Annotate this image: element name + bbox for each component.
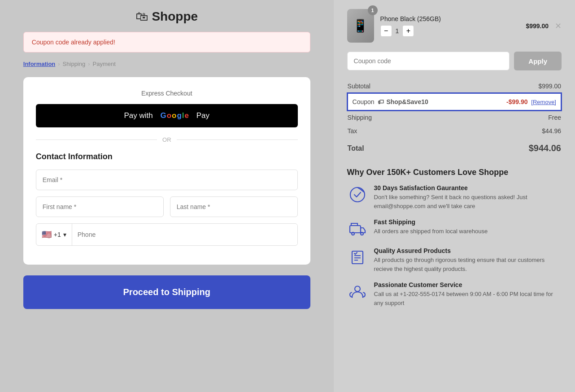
checkout-form-card: Express Checkout Pay with Google Pay OR … bbox=[23, 77, 310, 265]
order-summary-table: Subtotal $999.00 Coupon 🏷 Shop&Save10 -$… bbox=[347, 79, 562, 159]
svg-point-3 bbox=[361, 232, 363, 235]
quality-icon bbox=[347, 247, 368, 268]
quality-title: Quality Assured Products bbox=[374, 247, 562, 254]
gpay-button[interactable]: Pay with Google Pay bbox=[36, 104, 298, 127]
quantity-increase-button[interactable]: + bbox=[402, 25, 414, 37]
why-item-shipping: Fast Shipping All orders are shipped fro… bbox=[347, 218, 562, 239]
apply-coupon-button[interactable]: Apply bbox=[514, 52, 562, 70]
total-row: Total $944.06 bbox=[348, 138, 561, 159]
service-title: Passionate Customer Service bbox=[374, 281, 562, 288]
coupon-applied-code: Shop&Save10 bbox=[386, 98, 428, 105]
contact-section-title: Contact Information bbox=[36, 152, 298, 161]
svg-point-2 bbox=[352, 232, 354, 235]
flag-emoji: 🇺🇸 bbox=[42, 230, 52, 240]
why-section-title: Why Over 150K+ Customers Love Shoppe bbox=[347, 168, 562, 177]
subtotal-row: Subtotal $999.00 bbox=[348, 79, 561, 93]
phone-code: +1 bbox=[54, 231, 61, 238]
coupon-label: Coupon bbox=[353, 98, 375, 105]
logo-text: Shoppe bbox=[152, 9, 198, 24]
why-item-quality: Quality Assured Products All products go… bbox=[347, 247, 562, 273]
coupon-row-right: -$99.90 [Remove] bbox=[474, 93, 561, 110]
total-label: Total bbox=[348, 138, 474, 159]
email-field[interactable] bbox=[36, 170, 298, 190]
last-name-field[interactable] bbox=[170, 196, 298, 217]
gpay-label-text: Pay with bbox=[124, 111, 152, 120]
guarantee-title: 30 Days Satisfaction Gaurantee bbox=[374, 184, 562, 192]
tax-row: Tax $44.96 bbox=[348, 124, 561, 138]
product-info: Phone Black (256GB) − 1 + bbox=[380, 15, 520, 37]
shipping-row: Shipping Free bbox=[348, 110, 561, 124]
coupon-tag: 🏷 Shop&Save10 bbox=[378, 98, 428, 105]
product-row: 📱 1 Phone Black (256GB) − 1 + $999.00 ✕ bbox=[347, 9, 562, 43]
shipping-title: Fast Shipping bbox=[374, 218, 488, 226]
coupon-remove-button[interactable]: [Remove] bbox=[531, 99, 556, 105]
total-value: $944.06 bbox=[474, 138, 561, 159]
google-logo: Google bbox=[160, 111, 189, 120]
tax-label: Tax bbox=[348, 124, 474, 138]
service-icon bbox=[347, 281, 368, 302]
quantity-value: 1 bbox=[396, 27, 399, 35]
coupon-discount-value: -$99.90 bbox=[506, 98, 527, 105]
shipping-value: Free bbox=[474, 110, 561, 124]
product-image-wrap: 📱 1 bbox=[347, 9, 374, 43]
guarantee-icon bbox=[347, 184, 368, 205]
shipping-icon bbox=[347, 218, 368, 239]
quantity-controls: − 1 + bbox=[380, 25, 520, 37]
tax-value: $44.96 bbox=[474, 124, 561, 138]
product-quantity-badge: 1 bbox=[368, 5, 378, 15]
gpay-suffix: Pay bbox=[196, 111, 209, 120]
product-name: Phone Black (256GB) bbox=[380, 15, 520, 22]
coupon-summary-row: Coupon 🏷 Shop&Save10 -$99.90 [Remove] bbox=[348, 93, 561, 110]
logo-icon: 🛍 bbox=[135, 9, 148, 24]
phone-flag-selector[interactable]: 🇺🇸 +1 ▾ bbox=[36, 224, 72, 245]
express-checkout-title: Express Checkout bbox=[36, 90, 298, 97]
coupon-input-row: Apply bbox=[347, 52, 562, 70]
coupon-alert: Coupon code already applied! bbox=[23, 32, 310, 52]
proceed-to-shipping-button[interactable]: Proceed to Shipping bbox=[23, 275, 310, 309]
breadcrumb-payment[interactable]: Payment bbox=[93, 61, 116, 67]
quality-desc: All products go through rigorous testing… bbox=[374, 256, 562, 273]
breadcrumb-information[interactable]: Information bbox=[23, 61, 56, 67]
phone-dropdown-icon: ▾ bbox=[63, 231, 66, 238]
subtotal-value: $999.00 bbox=[474, 79, 561, 93]
product-price: $999.00 bbox=[526, 22, 549, 30]
phone-row: 🇺🇸 +1 ▾ bbox=[36, 223, 298, 246]
subtotal-label: Subtotal bbox=[348, 79, 474, 93]
or-divider: OR bbox=[36, 136, 298, 143]
first-name-field[interactable] bbox=[36, 196, 164, 217]
why-item-guarantee: 30 Days Satisfaction Gaurantee Don't lik… bbox=[347, 184, 562, 210]
service-desc: Call us at +1-202-555-0174 between 9:00 … bbox=[374, 290, 562, 307]
guarantee-desc: Don't like something? Sent it back no qu… bbox=[374, 193, 562, 210]
svg-rect-1 bbox=[350, 226, 361, 233]
shipping-desc: All orders are shipped from local wareho… bbox=[374, 227, 488, 236]
svg-point-5 bbox=[355, 286, 360, 292]
quantity-decrease-button[interactable]: − bbox=[380, 25, 392, 37]
shipping-label: Shipping bbox=[348, 110, 474, 124]
why-item-service: Passionate Customer Service Call us at +… bbox=[347, 281, 562, 307]
breadcrumb-shipping[interactable]: Shipping bbox=[63, 61, 86, 67]
logo: 🛍 Shoppe bbox=[135, 9, 198, 24]
svg-point-0 bbox=[350, 187, 365, 202]
product-remove-button[interactable]: ✕ bbox=[555, 21, 562, 31]
coupon-row-left: Coupon 🏷 Shop&Save10 bbox=[348, 93, 474, 110]
coupon-code-input[interactable] bbox=[347, 52, 510, 70]
breadcrumb: Information › Shipping › Payment bbox=[23, 61, 310, 67]
phone-input[interactable] bbox=[72, 225, 297, 244]
